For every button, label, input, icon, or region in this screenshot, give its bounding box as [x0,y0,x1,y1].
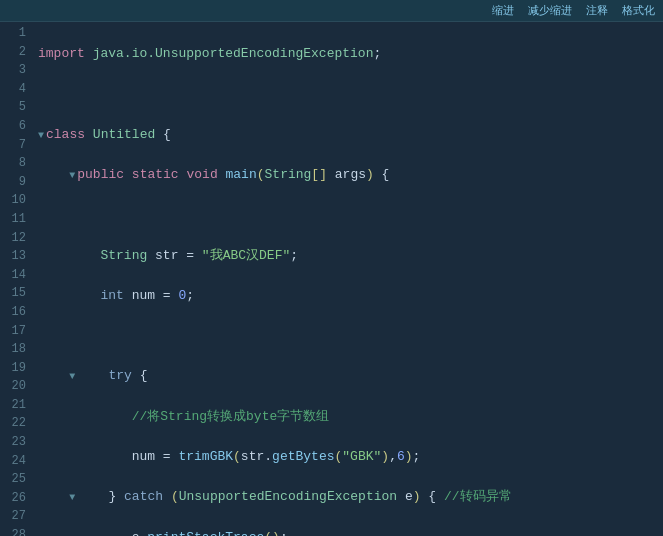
line-6: String str = "我ABC汉DEF"; [38,246,659,266]
code-area: 1 2 3 4 5 6 7 8 9 10 11 12 13 14 15 16 1… [0,22,663,536]
line-13: e.printStackTrace(); [38,528,659,536]
line-12: ▼ } catch (UnsupportedEncodingException … [38,487,659,507]
line-11: num = trimGBK(str.getBytes("GBK"),6); [38,447,659,467]
line-3: ▼class Untitled { [38,125,659,145]
line-4: ▼public static void main(String[] args) … [38,165,659,185]
line-7: int num = 0; [38,286,659,306]
format-button[interactable]: 格式化 [618,2,659,19]
line-numbers: 1 2 3 4 5 6 7 8 9 10 11 12 13 14 15 16 1… [0,22,34,536]
line-5 [38,205,659,225]
line-1: import java.io.UnsupportedEncodingExcept… [38,44,659,64]
line-10: //将String转换成byte字节数组 [38,407,659,427]
comment-button[interactable]: 注释 [582,2,612,19]
line-2 [38,84,659,104]
editor-container: 缩进 减少缩进 注释 格式化 1 2 3 4 5 6 7 8 9 10 11 1… [0,0,663,536]
toolbar: 缩进 减少缩进 注释 格式化 [0,0,663,22]
line-8 [38,326,659,346]
unindent-button[interactable]: 减少缩进 [524,2,576,19]
code-content[interactable]: import java.io.UnsupportedEncodingExcept… [34,22,663,536]
indent-button[interactable]: 缩进 [488,2,518,19]
line-9: ▼ try { [38,366,659,386]
